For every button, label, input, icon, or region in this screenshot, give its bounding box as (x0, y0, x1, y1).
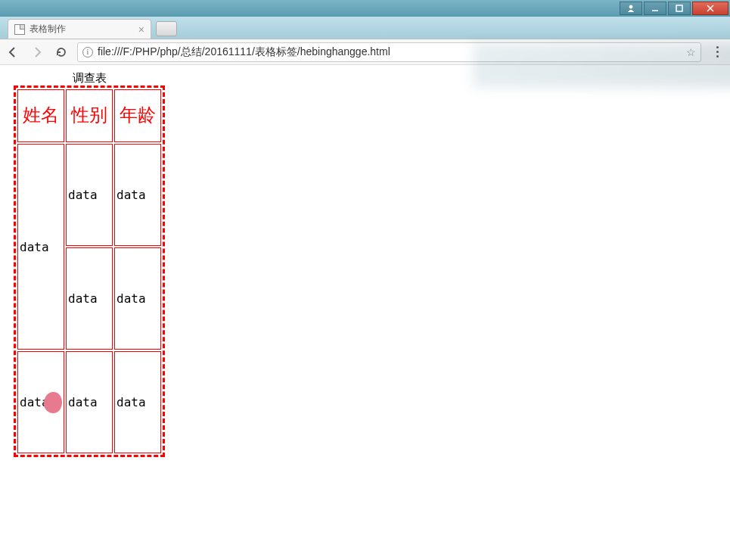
cell-age: data (114, 144, 161, 246)
cell-age: data (114, 247, 161, 350)
document-icon (14, 24, 25, 35)
toolbar: i file:///F:/PHP/php/总结/20161111/表格标签/he… (0, 39, 730, 65)
header-age: 年龄 (114, 89, 161, 142)
header-gender: 性别 (66, 89, 113, 142)
survey-table: 调查表 姓名 性别 年龄 data data data data data da… (14, 71, 165, 457)
new-tab-button[interactable] (156, 21, 177, 36)
user-button[interactable] (620, 2, 642, 15)
header-name: 姓名 (17, 89, 64, 142)
cell-gender: data (66, 144, 113, 246)
url-text: file:///F:/PHP/php/总结/20161111/表格标签/hebi… (98, 45, 682, 59)
maximize-button[interactable] (668, 2, 691, 15)
tab-strip: 表格制作 × (0, 17, 730, 39)
svg-point-0 (629, 5, 632, 8)
forward-button[interactable] (29, 44, 45, 61)
svg-rect-2 (676, 5, 682, 11)
table-caption: 调查表 (14, 71, 165, 86)
table-header-row: 姓名 性别 年龄 (17, 89, 161, 142)
close-tab-icon[interactable]: × (138, 24, 144, 35)
menu-button[interactable] (709, 46, 725, 58)
window-titlebar (0, 0, 730, 17)
bookmark-star-icon[interactable]: ☆ (686, 46, 696, 58)
table-row: data data data (17, 351, 161, 453)
minimize-button[interactable] (644, 2, 666, 15)
cell-name-merged: data (17, 144, 64, 350)
table-row: data data data (17, 144, 161, 246)
close-button[interactable] (692, 2, 728, 15)
browser-tab[interactable]: 表格制作 × (8, 19, 151, 39)
cell-gender: data (66, 247, 113, 350)
page-content: 调查表 姓名 性别 年龄 data data data data data da… (0, 65, 730, 560)
cell-age: data (114, 351, 161, 453)
site-info-icon[interactable]: i (82, 47, 93, 58)
tab-title: 表格制作 (30, 23, 134, 36)
address-bar[interactable]: i file:///F:/PHP/php/总结/20161111/表格标签/he… (77, 42, 701, 62)
cell-gender: data (66, 351, 113, 453)
cursor-highlight-icon (44, 392, 62, 413)
reload-button[interactable] (53, 44, 70, 61)
back-button[interactable] (5, 44, 21, 61)
